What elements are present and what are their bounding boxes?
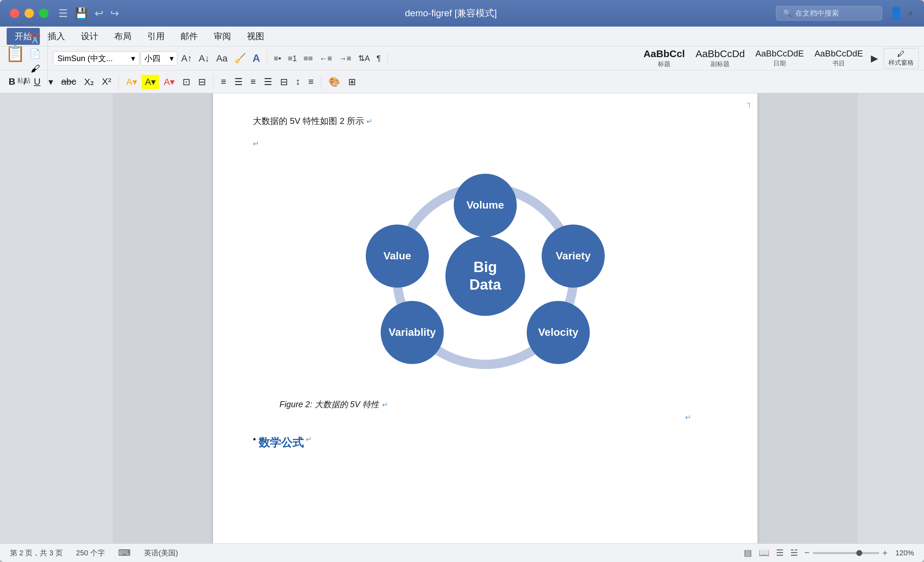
style-date[interactable]: AaBbCcDdE 日期 [750, 48, 809, 69]
text-color-button[interactable]: A▾ [160, 75, 178, 89]
node-value: Value [366, 224, 429, 288]
figure-caption-text: Figure 2: 大数据的 5V 特性 [279, 400, 379, 409]
return-mark: ↵ [685, 413, 691, 422]
minimize-button[interactable] [24, 9, 34, 18]
increase-font-button[interactable]: A↑ [178, 52, 195, 65]
menu-item-mail[interactable]: 邮件 [172, 28, 206, 45]
zoom-slider: − + [804, 548, 888, 558]
node-variety: Variety [542, 224, 605, 288]
undo-icon[interactable]: ↩ [94, 7, 104, 20]
text-shading-button[interactable]: A▾ [142, 75, 159, 89]
subscript-button[interactable]: X₂ [81, 75, 97, 89]
toolbar-row2: B I U ▾ abc X₂ X² A▾ A▾ A▾ ⊡ ⊟ ≡ ☰ ≡ ☰ ⊟ [0, 71, 924, 93]
align-justify-button[interactable]: ☰ [261, 75, 276, 89]
format-painter-button[interactable]: 🖌 [28, 62, 42, 75]
cut-button[interactable]: ✂️ [28, 32, 42, 45]
styles-window-icon: 🖊 [897, 50, 905, 59]
page: ┐ 大数据的 5V 特性如图 2 所示 ↵ ↵ [213, 93, 758, 543]
close-button[interactable] [10, 9, 19, 18]
underline-button[interactable]: U [30, 75, 44, 89]
ribbon: 开始 插入 设计 布局 引用 邮件 审阅 视图 📋 ✂️ 📄 🖌 [0, 27, 924, 93]
align-center-button[interactable]: ☰ [231, 75, 246, 89]
strikethrough-button[interactable]: abc [58, 75, 80, 89]
menu-item-design[interactable]: 设计 [73, 28, 106, 45]
char-shade-button[interactable]: ⊟ [195, 75, 209, 89]
multilevel-button[interactable]: ≡≡ [301, 53, 316, 65]
text-highlight-button[interactable]: A▾ [123, 75, 140, 89]
zoom-out-button[interactable]: − [804, 548, 810, 558]
enter-mark-3: ↵ [306, 435, 312, 444]
increase-indent-button[interactable]: →≡ [336, 53, 354, 65]
font-size-selector[interactable]: 小四 ▾ [141, 51, 177, 65]
cjk-distribute-button[interactable]: ⊟ [277, 75, 291, 89]
bold-button[interactable]: B [5, 75, 19, 89]
page-mark-tr: ┐ [747, 99, 752, 107]
paragraph-spacing-button[interactable]: ≡ [305, 75, 317, 89]
italic-button[interactable]: I [20, 75, 29, 89]
styles-window-label: 样式窗格 [888, 59, 914, 67]
border-button[interactable]: ⊞ [345, 75, 359, 89]
zoom-in-button[interactable]: + [882, 548, 888, 558]
align-left-button[interactable]: ≡ [218, 75, 230, 89]
node-volume: Volume [454, 174, 517, 237]
zoom-track[interactable] [813, 552, 879, 554]
line-spacing-button[interactable]: ↕ [292, 75, 304, 89]
decrease-indent-button[interactable]: ←≡ [317, 53, 335, 65]
menu-item-view[interactable]: 视图 [239, 28, 272, 45]
window-controls [10, 9, 48, 18]
font-family-selector[interactable]: SimSun (中文... ▾ [53, 51, 140, 65]
titlebar: ☰ 💾 ↩ ↪ demo-figref [兼容模式] 🔍 在文档中搜索 👤 ∧ [0, 0, 924, 27]
sidebar-toggle-icon[interactable]: ☰ [58, 7, 68, 20]
view-read-button[interactable]: 📖 [759, 548, 770, 558]
menu-item-layout[interactable]: 布局 [106, 28, 140, 45]
style-book[interactable]: AaBbCcDdE 书目 [809, 48, 868, 69]
search-placeholder: 在文档中搜索 [795, 8, 839, 18]
decrease-font-button[interactable]: A↓ [196, 52, 212, 65]
search-box[interactable]: 🔍 在文档中搜索 [776, 6, 882, 21]
view-layout-button[interactable]: ☰ [776, 548, 784, 558]
main-area: ┐ 大数据的 5V 特性如图 2 所示 ↵ ↵ [0, 93, 924, 543]
sort-button[interactable]: ⇅A [356, 53, 373, 65]
save-icon[interactable]: 💾 [75, 7, 88, 20]
user-icon[interactable]: 👤 [889, 6, 904, 20]
document-area[interactable]: ┐ 大数据的 5V 特性如图 2 所示 ↵ ↵ [113, 93, 858, 543]
paste-button[interactable]: 📋 [5, 32, 25, 75]
intro-paragraph: 大数据的 5V 特性如图 2 所示 ↵ [253, 113, 717, 129]
menu-item-review[interactable]: 审阅 [206, 28, 239, 45]
style-date-label: 日期 [773, 59, 786, 68]
view-normal-button[interactable]: ▤ [744, 548, 752, 558]
pilcrow-button[interactable]: ¶ [374, 53, 384, 65]
statusbar-right: ▤ 📖 ☰ ☱ − + 120% [744, 548, 914, 558]
style-book-preview: AaBbCcDdE [814, 49, 863, 59]
section-title: 数学公式 [258, 435, 304, 451]
numbering-button[interactable]: ≡1 [285, 53, 299, 65]
maximize-button[interactable] [39, 9, 48, 18]
font-style-a-button[interactable]: A [250, 51, 263, 66]
enter-mark-cap: ↵ [381, 401, 387, 409]
dropdown-u-button[interactable]: ▾ [45, 75, 56, 89]
redo-icon[interactable]: ↪ [110, 7, 119, 20]
border-shading-button[interactable]: 🎨 [325, 75, 344, 89]
language[interactable]: 英语(美国) [144, 548, 178, 558]
bullets-button[interactable]: ≡• [271, 53, 284, 65]
menu-item-reference[interactable]: 引用 [140, 28, 172, 45]
style-subheading-preview: AaBbCcDd [696, 48, 745, 59]
view-outline-button[interactable]: ☱ [790, 548, 798, 558]
style-subheading[interactable]: AaBbCcDd 副标题 [690, 47, 750, 70]
change-case-button[interactable]: Aa [213, 52, 230, 65]
ribbon-expand-button[interactable]: ∧ [907, 8, 914, 19]
page-content: 大数据的 5V 特性如图 2 所示 ↵ ↵ [253, 113, 717, 151]
copy-button[interactable]: 📄 [28, 47, 42, 60]
align-right-button[interactable]: ≡ [247, 75, 259, 89]
superscript-button[interactable]: X² [99, 75, 114, 89]
word-count: 250 个字 [76, 548, 105, 558]
styles-window-button[interactable]: 🖊 样式窗格 [884, 48, 919, 69]
font-size-chevron: ▾ [170, 54, 174, 63]
track-changes-icon[interactable]: ⌨ [118, 548, 131, 558]
char-border-button[interactable]: ⊡ [179, 75, 194, 89]
styles-scroll-right[interactable]: ▶ [868, 51, 881, 65]
clear-format-button[interactable]: 🧹 [232, 51, 249, 65]
style-heading-preview: AaBbCcl [644, 48, 685, 59]
style-heading-label: 标题 [658, 60, 670, 68]
style-heading[interactable]: AaBbCcl 标题 [638, 47, 690, 70]
